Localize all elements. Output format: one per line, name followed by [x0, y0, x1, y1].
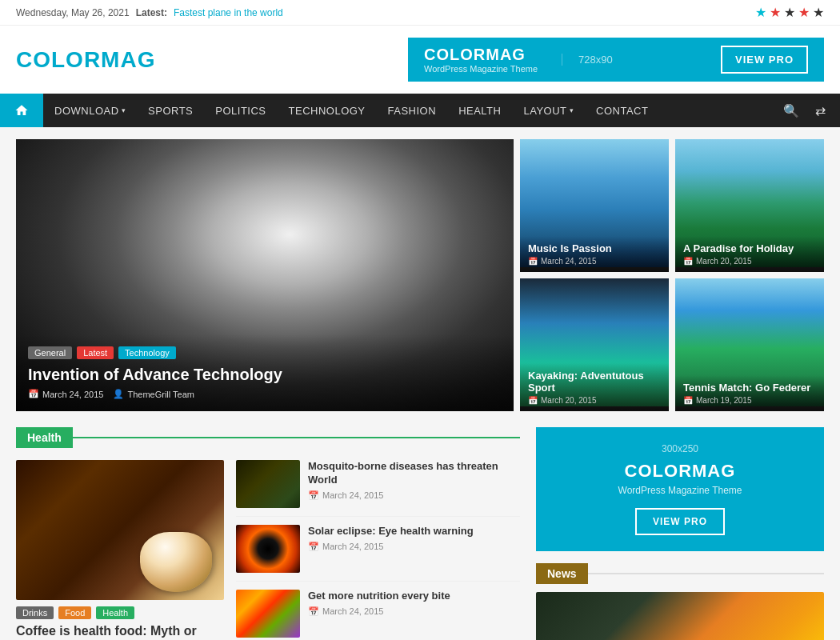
news-featured-image[interactable]	[536, 592, 824, 640]
site-logo[interactable]: COLORMAG	[16, 47, 155, 73]
nav-utility-icons: 🔍 ⇄	[769, 97, 840, 125]
list-item[interactable]: Solar eclipse: Eye health warning 📅 Marc…	[236, 525, 520, 582]
tag-drinks[interactable]: Drinks	[16, 606, 54, 619]
star-1[interactable]: ★	[755, 5, 766, 20]
latest-link[interactable]: Fastest plane in the world	[174, 7, 283, 18]
nav-item-politics[interactable]: POLITICS	[204, 94, 277, 127]
health-section-header: Health	[16, 427, 520, 448]
card-title-paradise: A Paradise for Holiday	[683, 242, 816, 254]
hero-grid: General Latest Technology Invention of A…	[16, 139, 824, 411]
star-4[interactable]: ★	[798, 5, 810, 20]
health-section: Health Drinks Food Health Coffee is heal…	[16, 427, 520, 640]
sidebar-view-pro-button[interactable]: VIEW PRO	[635, 508, 725, 535]
health-main-grid: Drinks Food Health Coffee is health food…	[16, 460, 520, 640]
banner-size: 728x90	[562, 54, 613, 66]
article-meta: 📅 March 24, 2015	[308, 606, 450, 617]
tag-health-tag[interactable]: Health	[96, 606, 134, 619]
coffee-article-card[interactable]: Drinks Food Health Coffee is health food…	[16, 460, 224, 640]
hero-right-grid: Music Is Passion 📅 March 24, 2015 A Para…	[520, 139, 824, 411]
nav-item-download[interactable]: DOWNLOAD ▾	[43, 94, 137, 127]
article-info: Get more nutrition every bite 📅 March 24…	[308, 590, 450, 638]
nav-item-health[interactable]: HEALTH	[447, 94, 512, 127]
card-title-kayak: Kayaking: Adventutous Sport	[528, 370, 661, 394]
card-music[interactable]: Music Is Passion 📅 March 24, 2015	[520, 139, 669, 272]
article-thumb-fruits	[236, 590, 300, 638]
hero-meta: 📅 March 24, 2015 👤 ThemeGrill Team	[28, 389, 502, 399]
header-ad-banner: COLORMAG WordPress Magazine Theme 728x90…	[408, 38, 824, 82]
hero-overlay: General Latest Technology Invention of A…	[16, 334, 514, 411]
banner-subtitle: WordPress Magazine Theme	[424, 64, 538, 74]
article-info: Mosquito-borne diseases has threaten Wor…	[308, 460, 520, 508]
tag-latest[interactable]: Latest	[77, 346, 114, 359]
site-header: COLORMAG COLORMAG WordPress Magazine The…	[0, 26, 840, 94]
nav-item-sports[interactable]: SPORTS	[137, 94, 204, 127]
article-title[interactable]: Solar eclipse: Eye health warning	[308, 525, 474, 538]
coffee-image	[16, 460, 224, 600]
nav-item-fashion[interactable]: FASHION	[377, 94, 448, 127]
card-meta-kayak: 📅 March 20, 2015	[528, 396, 661, 405]
coffee-article-title[interactable]: Coffee is health food: Myth or fact?	[16, 624, 224, 640]
tag-technology[interactable]: Technology	[118, 346, 176, 359]
search-button[interactable]: 🔍	[777, 97, 806, 125]
card-title: Music Is Passion	[528, 242, 661, 254]
main-content: General Latest Technology Invention of A…	[0, 127, 840, 640]
card-meta-tennis: 📅 March 19, 2015	[683, 396, 816, 405]
sidebar: 300x250 COLORMAG WordPress Magazine Them…	[536, 427, 824, 640]
hero-author: 👤 ThemeGrill Team	[113, 389, 194, 399]
article-info: Solar eclipse: Eye health warning 📅 Marc…	[308, 525, 474, 573]
sidebar-ad-banner: 300x250 COLORMAG WordPress Magazine Them…	[536, 427, 824, 551]
main-nav: DOWNLOAD ▾ SPORTS POLITICS TECHNOLOGY FA…	[0, 94, 840, 127]
card-paradise[interactable]: A Paradise for Holiday 📅 March 20, 2015	[675, 139, 824, 272]
social-stars: ★ ★ ★ ★ ★	[755, 5, 824, 20]
card-overlay-tennis: Tennis Match: Go Federer 📅 March 19, 201…	[675, 375, 824, 411]
health-section-tag: Health	[16, 427, 73, 448]
news-section: News	[536, 563, 824, 640]
coffee-cup-shape	[140, 532, 212, 592]
list-item[interactable]: Get more nutrition every bite 📅 March 24…	[236, 590, 520, 640]
shuffle-button[interactable]: ⇄	[809, 97, 832, 125]
banner-title: COLORMAG	[424, 46, 538, 64]
nav-home-button[interactable]	[0, 94, 43, 127]
banner-view-pro-button[interactable]: VIEW PRO	[721, 46, 808, 74]
card-meta: 📅 March 24, 2015	[528, 257, 661, 266]
logo-gray: COLOR	[16, 47, 101, 72]
health-articles-list: Mosquito-borne diseases has threaten Wor…	[236, 460, 520, 640]
nav-items: DOWNLOAD ▾ SPORTS POLITICS TECHNOLOGY FA…	[43, 94, 769, 127]
list-item[interactable]: Mosquito-borne diseases has threaten Wor…	[236, 460, 520, 517]
dropdown-arrow: ▾	[122, 106, 126, 114]
card-tennis[interactable]: Tennis Match: Go Federer 📅 March 19, 201…	[675, 278, 824, 411]
top-bar-left: Wednesday, May 26, 2021 Latest: Fastest …	[16, 7, 283, 18]
article-meta: 📅 March 24, 2015	[308, 542, 474, 552]
section-divider	[73, 437, 520, 438]
hero-date: 📅 March 24, 2015	[28, 389, 103, 399]
nav-item-layout[interactable]: LAYOUT ▾	[512, 94, 585, 127]
content-row: Health Drinks Food Health Coffee is heal…	[16, 427, 824, 640]
article-title[interactable]: Mosquito-borne diseases has threaten Wor…	[308, 460, 520, 487]
layout-arrow: ▾	[570, 106, 574, 114]
star-5[interactable]: ★	[813, 5, 824, 20]
star-2[interactable]: ★	[770, 5, 781, 20]
sidebar-banner-title: COLORMAG	[552, 461, 808, 482]
news-divider	[588, 573, 824, 574]
banner-text: COLORMAG WordPress Magazine Theme	[424, 46, 538, 74]
hero-main-card[interactable]: General Latest Technology Invention of A…	[16, 139, 514, 411]
date-label: Wednesday, May 26, 2021	[16, 7, 130, 18]
article-title[interactable]: Get more nutrition every bite	[308, 590, 450, 603]
tag-food[interactable]: Food	[58, 606, 91, 619]
article-tags: Drinks Food Health	[16, 606, 224, 619]
star-3[interactable]: ★	[784, 5, 795, 20]
card-overlay: Music Is Passion 📅 March 24, 2015	[520, 236, 669, 272]
card-overlay-kayak: Kayaking: Adventutous Sport 📅 March 20, …	[520, 363, 669, 411]
article-thumb-eclipse	[236, 525, 300, 573]
nav-item-technology[interactable]: TECHNOLOGY	[278, 94, 377, 127]
nav-item-contact[interactable]: CONTACT	[585, 94, 659, 127]
article-meta: 📅 March 24, 2015	[308, 490, 520, 501]
news-section-tag: News	[536, 563, 588, 584]
tag-general[interactable]: General	[28, 346, 72, 359]
home-icon	[14, 103, 29, 118]
article-thumb-mosquito	[236, 460, 300, 508]
top-bar: Wednesday, May 26, 2021 Latest: Fastest …	[0, 0, 840, 26]
card-kayak[interactable]: Kayaking: Adventutous Sport 📅 March 20, …	[520, 278, 669, 411]
hero-title: Invention of Advance Technology	[28, 366, 502, 384]
card-title-tennis: Tennis Match: Go Federer	[683, 382, 816, 394]
